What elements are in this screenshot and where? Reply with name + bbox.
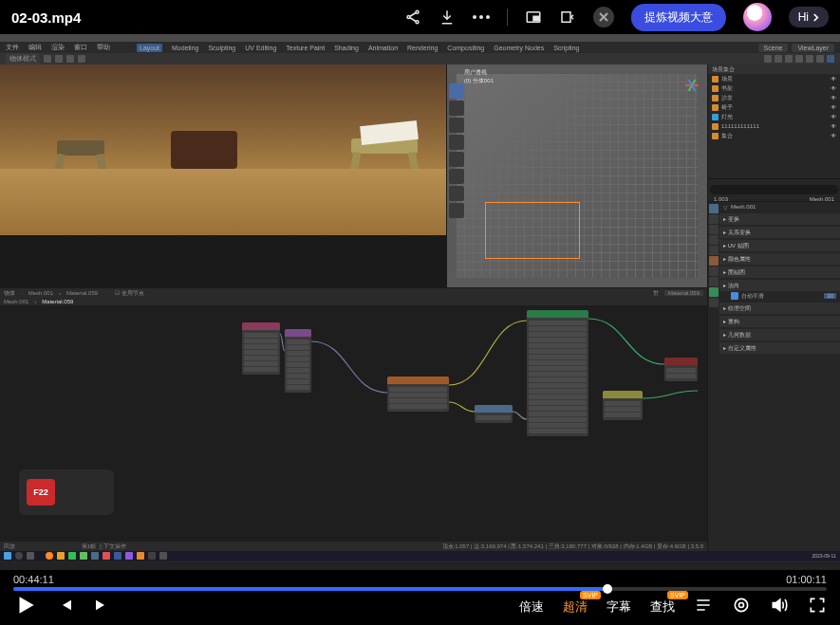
viewlayer-dropdown[interactable]: ViewLayer [792,44,834,52]
start-icon[interactable] [4,552,11,560]
prop-tab-icon[interactable] [709,267,719,276]
share-icon[interactable] [404,9,421,26]
workspace-tab[interactable]: Scripting [553,45,579,51]
node-editor[interactable]: 物体 · Mesh.001 › Material.059 ☑ 使用节点 世 Ma… [0,287,707,551]
collapse-icon[interactable] [559,9,576,26]
app-icon[interactable] [125,552,133,560]
vp-tool[interactable] [449,186,464,201]
tb-icon[interactable] [775,55,782,63]
tb-icon[interactable] [764,55,772,63]
workspace-tab[interactable]: UV Editing [245,45,276,51]
menu-help[interactable]: 帮助 [97,43,110,52]
outliner-item[interactable]: 椅子👁 [708,102,840,112]
scene-dropdown[interactable]: Scene [758,44,789,52]
prop-section[interactable]: ▸ 纹理空间 [719,303,840,314]
node-output[interactable] [664,358,698,381]
prop-tab-icon[interactable] [709,225,719,234]
more-icon[interactable] [473,9,490,26]
progress-bar[interactable] [13,587,827,591]
mode-dropdown[interactable]: 物体模式 [6,53,40,64]
prop-section[interactable]: ▸ 面贴图 [719,267,840,278]
extract-summary-button[interactable]: 提炼视频大意 [631,4,726,31]
subtitle-button[interactable]: 字幕 [607,598,631,616]
close-button[interactable] [593,7,614,28]
prop-tab-icon[interactable] [709,298,719,307]
vp-tool[interactable] [449,118,464,133]
prop-section[interactable]: ▸ 颜色属性 [719,253,840,265]
prop-tab-icon[interactable] [709,246,719,255]
volume-icon[interactable] [770,596,789,617]
pip-icon[interactable] [525,9,542,26]
tb-icon[interactable] [66,55,74,63]
search-icon[interactable] [15,552,23,560]
menu-edit[interactable]: 编辑 [28,43,42,52]
workspace-tab[interactable]: Compositing [447,45,484,51]
use-nodes-toggle[interactable]: ☑ 使用节点 [115,289,144,298]
prop-section[interactable]: ▸ 关系变换 [719,227,840,238]
settings-icon[interactable] [732,596,751,617]
app-icon[interactable] [80,552,87,560]
node-sep-rgb[interactable] [475,405,513,423]
outliner-item[interactable]: 沙发👁 [708,93,840,102]
outliner-item[interactable]: 书架👁 [708,83,840,93]
vp-tool[interactable] [449,135,464,150]
tb-icon[interactable] [785,55,793,63]
tb-icon[interactable] [806,55,813,63]
world-label[interactable]: 世 [653,289,659,298]
prop-tab-
            icon[interactable] [709,277,719,286]
app-icon[interactable] [46,552,53,560]
tb-icon[interactable] [795,55,803,63]
app-icon[interactable] [148,552,156,560]
outliner-item[interactable]: 集合👁 [708,131,840,140]
workspace-tab[interactable]: Texture Paint [286,45,325,51]
prop-section[interactable]: ▸ 重构 [719,316,840,327]
render-viewport[interactable] [0,64,446,287]
taskview-icon[interactable] [27,552,34,560]
node-principled[interactable] [527,310,588,436]
vp-tool[interactable] [449,83,464,99]
avatar[interactable] [743,3,772,31]
node-mode[interactable]: 物体 [4,289,15,298]
quality-button[interactable]: 超清SVIP [563,598,588,616]
prop-tab-icon[interactable] [709,256,719,266]
tb-icon[interactable] [78,55,85,63]
find-button[interactable]: 查找SVIP [650,598,675,616]
playlist-icon[interactable] [694,596,713,617]
prop-tab-icon[interactable] [709,204,719,213]
prop-tab-icon[interactable] [709,214,719,224]
prop-section[interactable]: ▸ 自定义属性 [719,342,840,354]
next-button[interactable] [93,597,110,616]
outliner-item[interactable]: 场景👁 [708,74,840,83]
workspace-tab[interactable]: Modeling [172,45,198,51]
nav-gizmo[interactable] [671,70,701,101]
app-icon[interactable] [103,552,110,560]
outliner-search[interactable] [710,185,838,194]
prop-section[interactable]: ▸ UV 贴图 [719,240,840,251]
hi-chip[interactable]: Hi [789,7,829,28]
workspace-tab[interactable]: Rendering [407,45,438,51]
vp-tool[interactable] [449,203,464,218]
node-tex-coord[interactable] [242,322,280,375]
prev-button[interactable] [57,597,74,616]
app-icon[interactable] [137,552,144,560]
vp-tool[interactable] [449,101,464,116]
menu-render[interactable]: 渲染 [51,43,65,52]
app-icon[interactable] [57,552,65,560]
menu-file[interactable]: 文件 [6,43,19,52]
material-slot[interactable]: Material.059 [664,290,703,296]
outliner-item[interactable]: 灯光👁 [708,112,840,121]
app-icon[interactable] [91,552,99,560]
properties-panel[interactable]: ▽Mesh.001 ▸ 变换▸ 关系变换▸ UV 贴图▸ 颜色属性▸ 面贴图▸ … [708,201,840,354]
workspace-tab[interactable]: Shading [334,45,359,51]
vp-tool[interactable] [449,152,464,167]
node-img-tex[interactable] [387,377,449,412]
workspace-tab[interactable]: Geometry Nodes [494,45,544,51]
tb-icon[interactable] [55,55,63,63]
node-mix[interactable] [603,391,643,420]
speed-button[interactable]: 倍速 [519,598,544,616]
app-icon[interactable] [159,552,167,560]
workspace-tab[interactable]: Layout [137,44,162,52]
tb-icon[interactable] [827,55,834,63]
outliner[interactable]: 场景集合 场景👁书架👁沙发👁椅子👁灯光👁111111111111👁集合👁 [708,64,840,178]
app-icon[interactable] [114,552,121,560]
